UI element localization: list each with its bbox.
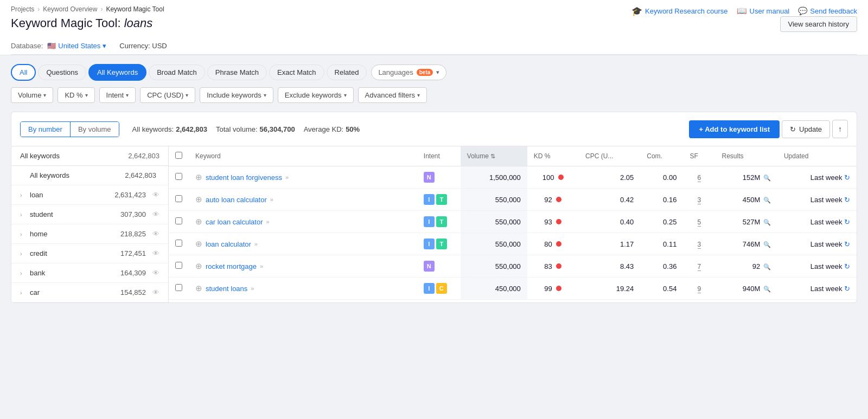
eye-icon-credit[interactable]: 👁: [152, 249, 159, 257]
tab-phrase-match[interactable]: Phrase Match: [207, 65, 267, 80]
add-keyword-icon[interactable]: ⊕: [195, 261, 202, 271]
row-checkbox-3[interactable]: [175, 240, 182, 247]
eye-icon-student[interactable]: 👁: [152, 210, 159, 218]
keyword-link[interactable]: student loan forgiveness »: [206, 173, 289, 182]
sidebar-item-car[interactable]: › car 154,852 👁: [11, 283, 168, 302]
user-manual-link[interactable]: 📖 User manual: [737, 6, 790, 16]
row-volume-cell: 550,000: [461, 189, 527, 211]
row-refresh-icon[interactable]: ↻: [844, 173, 850, 182]
add-keyword-icon[interactable]: ⊕: [195, 195, 202, 204]
include-keywords-dropdown[interactable]: Include keywords ▾: [200, 87, 273, 103]
include-label: Include keywords: [207, 91, 261, 99]
row-volume-cell: 450,000: [461, 278, 527, 300]
keyword-link[interactable]: loan calculator »: [206, 240, 258, 248]
row-refresh-icon[interactable]: ↻: [844, 262, 850, 270]
add-keyword-icon[interactable]: ⊕: [195, 239, 202, 249]
sidebar-item-loan[interactable]: › loan 2,631,423 👁: [11, 185, 168, 205]
keyword-expand-icon: »: [270, 196, 273, 203]
send-feedback-link[interactable]: 💬 Send feedback: [798, 7, 857, 15]
tab-all[interactable]: All: [11, 64, 36, 81]
exclude-keywords-dropdown[interactable]: Exclude keywords ▾: [278, 87, 354, 103]
view-history-button[interactable]: View search history: [780, 16, 857, 32]
sidebar-home-count: 218,825: [120, 230, 146, 238]
sidebar-item-credit[interactable]: › credit 172,451 👁: [11, 244, 168, 263]
kd-indicator: [556, 263, 561, 269]
book-icon: 📖: [737, 6, 747, 16]
breadcrumb-projects[interactable]: Projects: [11, 5, 34, 13]
update-button[interactable]: ↻ Update: [782, 120, 830, 138]
volume-filter-dropdown[interactable]: Volume ▾: [11, 87, 53, 103]
tab-broad-match[interactable]: Broad Match: [149, 65, 205, 80]
eye-icon-car[interactable]: 👁: [152, 288, 159, 296]
row-checkbox-4[interactable]: [175, 262, 182, 269]
intent-badge: I: [424, 283, 435, 294]
eye-icon-home[interactable]: 👁: [152, 230, 159, 238]
advanced-filters-dropdown[interactable]: Advanced filters ▾: [358, 87, 427, 103]
manual-link-label: User manual: [750, 7, 790, 15]
kd-filter-dropdown[interactable]: KD % ▾: [58, 87, 94, 103]
keyword-link[interactable]: car loan calculator »: [206, 218, 270, 226]
sidebar-item-student[interactable]: › student 307,300 👁: [11, 205, 168, 224]
intent-badge: I: [424, 216, 435, 227]
keyword-link[interactable]: student loans »: [206, 285, 254, 293]
tab-related[interactable]: Related: [327, 65, 367, 80]
sf-value: 3: [698, 241, 701, 249]
row-checkbox-2[interactable]: [175, 217, 182, 224]
keyword-col-label: Keyword: [195, 152, 221, 160]
row-refresh-icon[interactable]: ↻: [844, 196, 850, 204]
intent-badge: N: [424, 261, 435, 272]
results-search-icon: 🔍: [763, 263, 771, 270]
intent-badge: I: [424, 194, 435, 205]
intent-badges: IC: [424, 283, 454, 294]
database-country-link[interactable]: 🇺🇸 United States ▾: [47, 42, 106, 50]
sort-by-number-button[interactable]: By number: [21, 122, 71, 137]
content-area: All keywords 2,642,803 All keywords 2,64…: [11, 146, 857, 303]
sidebar-item-home[interactable]: › home 218,825 👁: [11, 224, 168, 244]
add-keyword-icon[interactable]: ⊕: [195, 172, 202, 182]
intent-badge: T: [436, 238, 447, 249]
row-checkbox-cell: [169, 189, 189, 211]
intent-filter-dropdown[interactable]: Intent ▾: [99, 87, 136, 103]
row-intent-cell: N: [417, 166, 461, 189]
tab-exact-match[interactable]: Exact Match: [269, 65, 324, 80]
add-keyword-icon[interactable]: ⊕: [195, 283, 202, 293]
volume-sort[interactable]: Volume ⇅: [467, 152, 495, 160]
keyword-research-course-link[interactable]: 🎓 Keyword Research course: [631, 6, 727, 16]
add-to-keyword-list-button[interactable]: + Add to keyword list: [689, 120, 780, 138]
eye-icon-bank[interactable]: 👁: [152, 269, 159, 277]
row-checkbox-1[interactable]: [175, 195, 182, 202]
row-volume-cell: 1,500,000: [461, 166, 527, 189]
header-sf: SF: [683, 146, 715, 166]
add-keyword-icon[interactable]: ⊕: [195, 217, 202, 227]
row-intent-cell: IT: [417, 189, 461, 211]
sidebar-item-bank[interactable]: › bank 164,309 👁: [11, 263, 168, 283]
row-checkbox-0[interactable]: [175, 173, 182, 180]
keyword-link[interactable]: auto loan calculator »: [206, 196, 273, 204]
row-refresh-icon[interactable]: ↻: [844, 285, 850, 293]
languages-dropdown[interactable]: Languages beta ▾: [371, 65, 446, 80]
header-updated: Updated: [777, 146, 857, 166]
sidebar-item-all-keywords[interactable]: All keywords 2,642,803: [11, 166, 168, 185]
sidebar-header: All keywords 2,642,803: [11, 146, 168, 166]
row-results-cell: 92 🔍: [716, 255, 777, 278]
cpc-filter-dropdown[interactable]: CPC (USD) ▾: [140, 87, 195, 103]
expand-icon-loan: ›: [20, 192, 27, 198]
page-title-static: Keyword Magic Tool:: [11, 16, 121, 30]
languages-caret-icon: ▾: [436, 69, 439, 76]
header-volume[interactable]: Volume ⇅: [461, 146, 527, 166]
breadcrumb-keyword-overview[interactable]: Keyword Overview: [43, 5, 97, 13]
keyword-link[interactable]: rocket mortgage »: [206, 262, 263, 270]
row-checkbox-5[interactable]: [175, 284, 182, 291]
expand-icon-bank: ›: [20, 270, 27, 276]
sort-by-volume-button[interactable]: By volume: [71, 122, 119, 137]
export-button[interactable]: ↑: [832, 120, 848, 138]
kd-indicator: [556, 219, 561, 224]
eye-icon-loan[interactable]: 👁: [152, 191, 159, 199]
select-all-checkbox[interactable]: [175, 152, 182, 159]
row-refresh-icon[interactable]: ↻: [844, 240, 850, 248]
row-refresh-icon[interactable]: ↻: [844, 218, 850, 226]
sidebar-home-label: home: [30, 230, 117, 238]
tab-questions[interactable]: Questions: [38, 65, 86, 80]
tab-all-keywords[interactable]: All Keywords: [88, 64, 146, 81]
intent-caret-icon: ▾: [126, 92, 129, 98]
